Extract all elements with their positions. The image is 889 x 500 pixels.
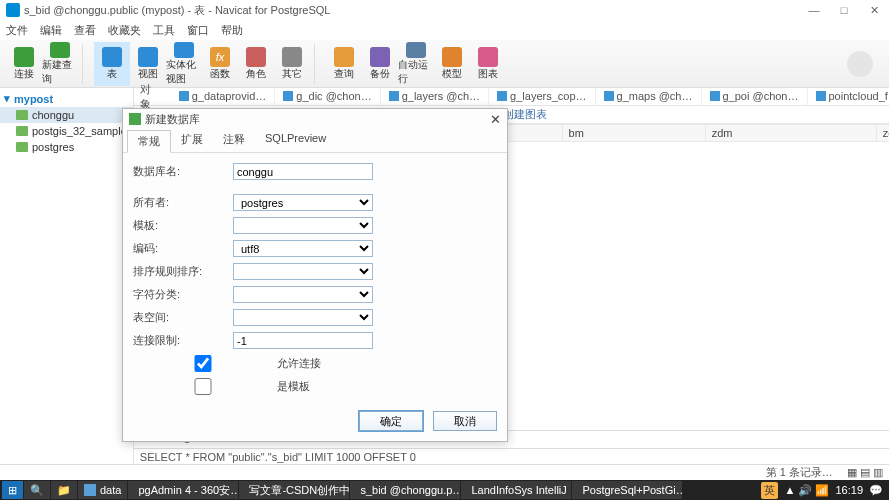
menu-窗口[interactable]: 窗口 <box>187 23 209 38</box>
start-button[interactable]: ⊞ <box>2 481 23 499</box>
task-item[interactable]: s_bid @chonggu.p… <box>350 481 460 499</box>
notif-button[interactable]: 💬 <box>869 484 883 497</box>
sql-preview: SELECT * FROM "public"."s_bid" LIMIT 100… <box>134 448 889 464</box>
tab[interactable]: g_dataprovid… <box>171 88 276 105</box>
dialog-tab-常规[interactable]: 常规 <box>127 130 171 153</box>
tool-模型[interactable]: 模型 <box>434 42 470 86</box>
clock[interactable]: 16:19 <box>835 484 863 496</box>
menu-编辑[interactable]: 编辑 <box>40 23 62 38</box>
dialog-tab-扩展[interactable]: 扩展 <box>171 129 213 152</box>
collation-select[interactable] <box>233 263 373 280</box>
menu-文件[interactable]: 文件 <box>6 23 28 38</box>
conn-limit-input[interactable] <box>233 332 373 349</box>
allow-conn-checkbox[interactable]: 允许连接 <box>133 355 321 372</box>
tab-bar: g_dataprovid…g_dic @chon…g_layers @ch…g_… <box>171 88 889 106</box>
tool-角色[interactable]: 角色 <box>238 42 274 86</box>
avatar[interactable] <box>847 51 873 77</box>
explorer-button[interactable]: 📁 <box>51 481 77 499</box>
tool-表[interactable]: 表 <box>94 42 130 86</box>
close-button[interactable]: ✕ <box>859 0 889 20</box>
tab[interactable]: g_poi @chon… <box>702 88 808 105</box>
tool-新建查询[interactable]: 新建查询 <box>42 42 78 86</box>
owner-select[interactable]: postgres <box>233 194 373 211</box>
tree-item-postgis_32_sample[interactable]: postgis_32_sample <box>0 123 133 139</box>
ctype-select[interactable] <box>233 286 373 303</box>
minimize-button[interactable]: — <box>799 0 829 20</box>
tab[interactable]: pointcloud_f… <box>808 88 890 105</box>
taskbar: ⊞ 🔍 📁 datapgAdmin 4 - 360安…写文章-CSDN创作中…s… <box>0 480 889 500</box>
cancel-button[interactable]: 取消 <box>433 411 497 431</box>
maximize-button[interactable]: □ <box>829 0 859 20</box>
sidebar: ▾ mypost chonggupostgis_32_samplepostgre… <box>0 88 134 464</box>
tool-视图[interactable]: 视图 <box>130 42 166 86</box>
menu-帮助[interactable]: 帮助 <box>221 23 243 38</box>
tool-备份[interactable]: 备份 <box>362 42 398 86</box>
tool-实体化视图[interactable]: 实体化视图 <box>166 42 202 86</box>
dialog-tab-SQLPreview[interactable]: SQLPreview <box>255 129 336 152</box>
is-template-checkbox[interactable]: 是模板 <box>133 378 310 395</box>
template-select[interactable] <box>233 217 373 234</box>
window-title: s_bid @chonggu.public (mypost) - 表 - Nav… <box>24 3 330 18</box>
col-header[interactable]: zdz <box>876 125 889 142</box>
tab[interactable]: g_maps @ch… <box>596 88 702 105</box>
tool-函数[interactable]: fx函数 <box>202 42 238 86</box>
tree-root[interactable]: ▾ mypost <box>0 90 133 107</box>
search-button[interactable]: 🔍 <box>24 481 50 499</box>
task-item[interactable]: pgAdmin 4 - 360安… <box>128 481 238 499</box>
menu-查看[interactable]: 查看 <box>74 23 96 38</box>
tree-item-postgres[interactable]: postgres <box>0 139 133 155</box>
menubar: 文件编辑查看收藏夹工具窗口帮助 <box>0 20 889 40</box>
dialog-title: 新建数据库 <box>145 112 200 127</box>
tab[interactable]: g_layers @ch… <box>381 88 489 105</box>
db-name-input[interactable] <box>233 163 373 180</box>
col-header[interactable]: zdm <box>705 125 876 142</box>
app-icon <box>6 3 20 17</box>
tablespace-select[interactable] <box>233 309 373 326</box>
new-database-dialog: 新建数据库 ✕ 常规扩展注释SQLPreview 数据库名: 所有者:postg… <box>122 108 508 442</box>
ok-button[interactable]: 确定 <box>359 411 423 431</box>
tab[interactable]: g_dic @chon… <box>275 88 380 105</box>
task-item[interactable]: data <box>78 481 127 499</box>
tool-查询[interactable]: 查询 <box>326 42 362 86</box>
dialog-close-icon[interactable]: ✕ <box>490 112 501 127</box>
task-item[interactable]: LandInfoSys IntelliJ … <box>461 481 571 499</box>
tool-连接[interactable]: 连接 <box>6 42 42 86</box>
encoding-select[interactable]: utf8 <box>233 240 373 257</box>
record-status: 第 1 条记录… <box>766 465 833 480</box>
task-item[interactable]: PostgreSql+PostGi… <box>572 481 682 499</box>
tool-图表[interactable]: 图表 <box>470 42 506 86</box>
tool-其它[interactable]: 其它 <box>274 42 310 86</box>
col-header[interactable]: bm <box>562 125 705 142</box>
ime-indicator[interactable]: 英 <box>761 482 778 499</box>
tray-icons[interactable]: ▲ 🔊 📶 <box>784 484 829 497</box>
menu-工具[interactable]: 工具 <box>153 23 175 38</box>
toolbar: 连接新建查询表视图实体化视图fx函数角色其它查询备份自动运行模型图表 <box>0 40 889 88</box>
dialog-tab-注释[interactable]: 注释 <box>213 129 255 152</box>
task-item[interactable]: 写文章-CSDN创作中… <box>239 481 349 499</box>
database-icon <box>129 113 141 125</box>
menu-收藏夹[interactable]: 收藏夹 <box>108 23 141 38</box>
tool-自动运行[interactable]: 自动运行 <box>398 42 434 86</box>
tree-item-chonggu[interactable]: chonggu <box>0 107 133 123</box>
tab[interactable]: g_layers_cop… <box>489 88 595 105</box>
